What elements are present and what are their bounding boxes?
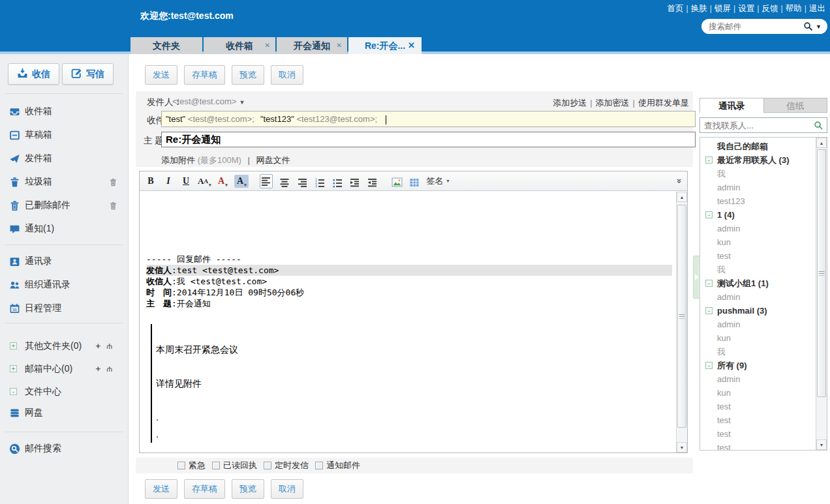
contact-group[interactable]: -最近常用联系人 (3): [700, 153, 816, 167]
contact-item[interactable]: 我: [700, 167, 816, 181]
tab-close-icon[interactable]: ✕: [408, 37, 415, 54]
add-folder-icon[interactable]: +: [95, 341, 100, 351]
option-定时发信[interactable]: 定时发信: [264, 460, 309, 471]
checkbox[interactable]: [177, 462, 185, 469]
scroll-up-icon[interactable]: ▲: [816, 138, 827, 148]
collapse-panel-handle[interactable]: [693, 256, 700, 299]
empty-folder-icon[interactable]: [109, 201, 117, 210]
collapse-box-icon[interactable]: -: [705, 211, 713, 218]
sidebar-tool-calendar[interactable]: 31日程管理: [0, 297, 128, 320]
contact-group[interactable]: -1 (4): [700, 208, 816, 222]
sidebar-expand-item[interactable]: -文件中心: [0, 380, 128, 403]
contact-list-scrollbar[interactable]: ▲ ▼: [816, 138, 827, 450]
contact-group[interactable]: -pushmail (3): [700, 304, 816, 318]
contact-item[interactable]: test: [700, 427, 816, 441]
tab-stationery[interactable]: 信纸: [764, 98, 828, 113]
contact-search-icon[interactable]: [814, 121, 823, 130]
bold-button[interactable]: B: [145, 175, 157, 188]
add-bcc-link[interactable]: 添加密送: [596, 98, 630, 108]
align-center-button[interactable]: [279, 175, 290, 188]
contact-item[interactable]: test: [700, 441, 816, 451]
compose-mail-button[interactable]: 写信: [62, 63, 114, 85]
sidebar-expand-item[interactable]: +邮箱中心(0)+Ψ: [0, 357, 128, 380]
contact-item[interactable]: test: [700, 400, 816, 413]
highlight-color-button[interactable]: A▾: [234, 175, 249, 188]
search-icon[interactable]: [803, 22, 813, 31]
scrollbar-thumb[interactable]: [677, 205, 686, 428]
scroll-down-icon[interactable]: ▼: [677, 442, 687, 452]
send-button[interactable]: 发送: [145, 479, 177, 499]
collapse-box-icon[interactable]: -: [705, 307, 713, 314]
tab-active[interactable]: Re:开会...✕: [348, 37, 422, 54]
recipients-field[interactable]: "test" <test@test.com>;"test123" <test12…: [161, 111, 696, 127]
netdisk-file-link[interactable]: 网盘文件: [256, 155, 290, 165]
contact-search-input[interactable]: [700, 118, 827, 132]
tab-close-icon[interactable]: ✕: [265, 37, 270, 54]
collapse-box-icon[interactable]: -: [705, 362, 713, 369]
contact-item[interactable]: 我自己的邮箱: [700, 140, 816, 153]
sidebar-folder-trash[interactable]: 垃圾箱: [0, 170, 128, 194]
checkbox[interactable]: [264, 462, 271, 469]
sidebar-folder-bubble[interactable]: 通知(1): [0, 217, 128, 241]
ordered-list-button[interactable]: 123: [314, 175, 326, 188]
topnav-link[interactable]: 反馈: [762, 4, 778, 13]
indent-button[interactable]: [349, 175, 361, 188]
editor-body[interactable]: ----- 回复邮件 -----发信人:test <test@test.com>…: [140, 192, 687, 452]
collapse-box-icon[interactable]: -: [705, 156, 713, 164]
empty-folder-icon[interactable]: [109, 178, 117, 186]
collapse-box-icon[interactable]: -: [705, 280, 713, 287]
sidebar-folder-draft[interactable]: 草稿箱: [0, 123, 128, 147]
underline-button[interactable]: U: [180, 175, 192, 188]
checkbox[interactable]: [212, 462, 220, 469]
checkbox[interactable]: [315, 462, 323, 469]
contact-item[interactable]: kun: [700, 386, 816, 400]
align-right-button[interactable]: [296, 175, 308, 188]
contact-item[interactable]: test: [700, 413, 816, 427]
insert-image-button[interactable]: [391, 175, 403, 188]
mass-send-link[interactable]: 使用群发单显: [638, 98, 689, 108]
save-draft-button[interactable]: 存草稿: [184, 479, 225, 499]
italic-button[interactable]: I: [162, 175, 174, 188]
contact-item[interactable]: admin: [700, 290, 816, 304]
tab-item[interactable]: 开会通知✕: [277, 37, 347, 54]
scroll-up-icon[interactable]: ▲: [677, 192, 687, 202]
sidebar-tool-people[interactable]: 组织通讯录: [0, 273, 128, 297]
contact-item[interactable]: kun: [700, 331, 816, 345]
font-color-button[interactable]: A▾: [217, 175, 228, 188]
outdent-button[interactable]: [367, 175, 378, 188]
option-紧急[interactable]: 紧急: [177, 460, 206, 471]
scrollbar-thumb[interactable]: [817, 149, 826, 397]
send-button[interactable]: 发送: [145, 65, 177, 85]
sidebar-folder-trash2[interactable]: 已删除邮件: [0, 194, 128, 217]
topnav-link[interactable]: 锁屏: [715, 4, 731, 13]
font-size-button[interactable]: AA▾: [198, 175, 211, 188]
cancel-button[interactable]: 取消: [271, 65, 303, 85]
expand-box-icon[interactable]: +: [10, 365, 17, 372]
contact-item[interactable]: kun: [700, 235, 816, 249]
unordered-list-button[interactable]: [331, 175, 343, 188]
topnav-link[interactable]: 设置: [738, 4, 754, 13]
tab-close-icon[interactable]: ✕: [337, 37, 342, 54]
contact-item[interactable]: 我: [700, 345, 816, 359]
tab-contacts[interactable]: 通讯录: [699, 98, 764, 113]
insert-table-button[interactable]: [408, 175, 420, 188]
topnav-link[interactable]: 退出: [809, 4, 825, 13]
contact-item[interactable]: admin: [700, 318, 816, 331]
subject-input[interactable]: [161, 132, 696, 147]
contact-item[interactable]: admin: [700, 372, 816, 386]
option-通知邮件[interactable]: 通知邮件: [315, 460, 360, 471]
sidebar-tool-card[interactable]: 通讯录: [0, 250, 128, 273]
topnav-link[interactable]: 帮助: [786, 4, 802, 13]
mail-search-input[interactable]: [707, 22, 802, 32]
preview-button[interactable]: 预览: [232, 65, 264, 85]
manage-folder-icon[interactable]: Ψ: [106, 342, 112, 350]
receive-mail-button[interactable]: 收信: [8, 63, 59, 85]
collapse-toolbar-icon[interactable]: »: [675, 179, 684, 183]
contact-item[interactable]: 我: [700, 263, 816, 276]
search-options-arrow-icon[interactable]: ▼: [816, 23, 822, 30]
topnav-link[interactable]: 首页: [668, 4, 684, 13]
manage-folder-icon[interactable]: Ψ: [106, 365, 112, 373]
contact-group[interactable]: -所有 (9): [700, 359, 816, 372]
sidebar-netdisk[interactable]: 网盘: [0, 402, 128, 423]
tab-item[interactable]: 收件箱✕: [204, 37, 275, 54]
